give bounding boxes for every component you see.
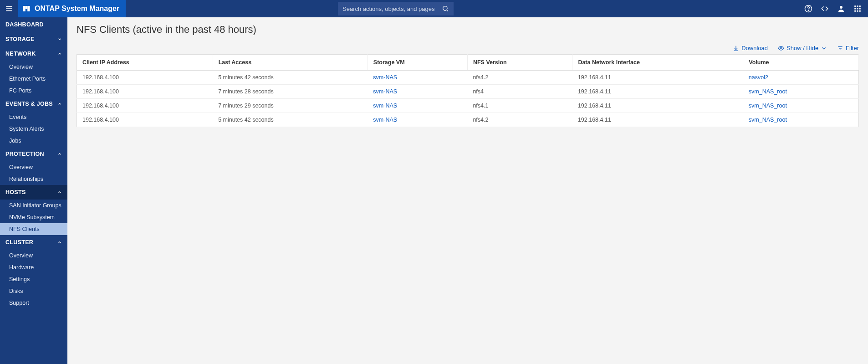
svg-point-10 <box>840 6 842 9</box>
col-header-nfs-version[interactable]: NFS Version <box>467 55 572 71</box>
sidebar-nav: DASHBOARDSTORAGENETWORKOverviewEthernet … <box>0 17 67 364</box>
nav-item-settings[interactable]: Settings <box>0 273 67 285</box>
cell-storage-vm: svm-NAS <box>368 99 467 113</box>
table-body: 192.168.4.1005 minutes 42 secondssvm-NAS… <box>77 71 859 127</box>
cell-client-ip: 192.168.4.100 <box>77 85 213 99</box>
search-icon[interactable] <box>442 5 449 12</box>
nav-item-nvme-subsystem[interactable]: NVMe Subsystem <box>0 211 67 223</box>
app-brand[interactable]: ONTAP System Manager <box>18 0 126 17</box>
chevron-down-icon <box>821 45 827 51</box>
cell-data-interface: 192.168.4.11 <box>572 99 743 113</box>
apps-grid-icon[interactable] <box>852 3 863 15</box>
svg-point-21 <box>780 47 782 49</box>
cell-nfs-version: nfs4.2 <box>467 113 572 127</box>
nav-item-disks[interactable]: Disks <box>0 285 67 297</box>
user-icon[interactable] <box>835 3 847 15</box>
nav-item-fc-ports[interactable]: FC Ports <box>0 85 67 97</box>
cell-client-ip: 192.168.4.100 <box>77 71 213 85</box>
nav-section-network[interactable]: NETWORK <box>0 46 67 61</box>
download-label: Download <box>741 45 768 51</box>
download-icon <box>733 45 739 51</box>
table-row[interactable]: 192.168.4.1005 minutes 42 secondssvm-NAS… <box>77 113 859 127</box>
svg-rect-13 <box>859 5 861 7</box>
nav-item-support[interactable]: Support <box>0 297 67 309</box>
nav-item-relationships[interactable]: Relationships <box>0 173 67 185</box>
col-header-storage-vm[interactable]: Storage VM <box>368 55 467 71</box>
svg-line-7 <box>447 10 448 11</box>
cell-storage-vm-link[interactable]: svm-NAS <box>373 117 397 123</box>
svg-rect-5 <box>26 6 28 9</box>
svg-rect-15 <box>857 8 858 10</box>
cell-volume-link[interactable]: svm_NAS_root <box>749 117 787 123</box>
nav-section-dashboard[interactable]: DASHBOARD <box>0 17 67 32</box>
filter-label: Filter <box>846 45 859 51</box>
hamburger-menu[interactable] <box>0 0 18 17</box>
col-header-volume[interactable]: Volume <box>743 55 859 71</box>
chevron-up-icon <box>57 190 62 195</box>
cell-volume: svm_NAS_root <box>743 99 859 113</box>
chevron-down-icon <box>57 37 62 41</box>
download-button[interactable]: Download <box>733 45 768 51</box>
cell-volume-link[interactable]: svm_NAS_root <box>749 88 787 95</box>
api-icon[interactable] <box>819 3 831 15</box>
svg-rect-14 <box>854 8 856 10</box>
global-search[interactable] <box>338 2 454 15</box>
svg-rect-16 <box>859 8 861 10</box>
svg-rect-11 <box>854 5 856 7</box>
table-row[interactable]: 192.168.4.1007 minutes 29 secondssvm-NAS… <box>77 99 859 113</box>
nav-section-label: STORAGE <box>5 36 35 42</box>
svg-rect-17 <box>854 10 856 12</box>
cell-volume: svm_NAS_root <box>743 85 859 99</box>
show-hide-button[interactable]: Show / Hide <box>778 45 827 51</box>
cell-client-ip: 192.168.4.100 <box>77 113 213 127</box>
cell-storage-vm: svm-NAS <box>368 71 467 85</box>
nav-item-san-initiator-groups[interactable]: SAN Initiator Groups <box>0 200 67 211</box>
chevron-up-icon <box>57 152 62 156</box>
nav-section-hosts[interactable]: HOSTS <box>0 185 67 200</box>
col-header-last-access[interactable]: Last Access <box>213 55 368 71</box>
table-header-row: Client IP AddressLast AccessStorage VMNF… <box>77 55 859 71</box>
netapp-logo-icon <box>22 4 31 13</box>
nav-section-storage[interactable]: STORAGE <box>0 32 67 46</box>
nav-item-nfs-clients[interactable]: NFS Clients <box>0 223 67 235</box>
search-input[interactable] <box>342 5 442 12</box>
nav-section-protection[interactable]: PROTECTION <box>0 147 67 161</box>
top-bar: ONTAP System Manager <box>0 0 868 17</box>
cell-volume-link[interactable]: nasvol2 <box>749 74 768 81</box>
nav-item-jobs[interactable]: Jobs <box>0 135 67 147</box>
eye-icon <box>778 45 784 51</box>
nav-item-overview[interactable]: Overview <box>0 161 67 173</box>
nav-item-hardware[interactable]: Hardware <box>0 261 67 273</box>
cell-data-interface: 192.168.4.11 <box>572 113 743 127</box>
nav-item-ethernet-ports[interactable]: Ethernet Ports <box>0 73 67 85</box>
svg-point-6 <box>443 6 447 10</box>
nav-section-label: PROTECTION <box>5 151 44 157</box>
help-icon[interactable] <box>802 3 814 15</box>
nav-item-overview[interactable]: Overview <box>0 250 67 261</box>
cell-last-access: 5 minutes 42 seconds <box>213 71 368 85</box>
cell-nfs-version: nfs4.2 <box>467 71 572 85</box>
nav-item-overview[interactable]: Overview <box>0 61 67 73</box>
col-header-client-ip-address[interactable]: Client IP Address <box>77 55 213 71</box>
nav-section-events-jobs[interactable]: EVENTS & JOBS <box>0 97 67 111</box>
cell-volume-link[interactable]: svm_NAS_root <box>749 103 787 109</box>
col-header-data-network-interface[interactable]: Data Network Interface <box>572 55 743 71</box>
table-row[interactable]: 192.168.4.1007 minutes 28 secondssvm-NAS… <box>77 85 859 99</box>
cell-storage-vm: svm-NAS <box>368 85 467 99</box>
nav-section-label: EVENTS & JOBS <box>5 101 53 107</box>
cell-storage-vm-link[interactable]: svm-NAS <box>373 88 397 95</box>
main-content: NFS Clients (active in the past 48 hours… <box>67 17 868 364</box>
svg-rect-4 <box>27 6 30 11</box>
nfs-clients-table: Client IP AddressLast AccessStorage VMNF… <box>77 54 859 127</box>
cell-client-ip: 192.168.4.100 <box>77 99 213 113</box>
svg-point-9 <box>808 10 808 11</box>
table-row[interactable]: 192.168.4.1005 minutes 42 secondssvm-NAS… <box>77 71 859 85</box>
cell-storage-vm-link[interactable]: svm-NAS <box>373 103 397 109</box>
filter-button[interactable]: Filter <box>837 45 859 51</box>
nav-item-events[interactable]: Events <box>0 111 67 123</box>
cell-data-interface: 192.168.4.11 <box>572 85 743 99</box>
nav-item-system-alerts[interactable]: System Alerts <box>0 123 67 135</box>
nav-section-cluster[interactable]: CLUSTER <box>0 235 67 250</box>
cell-last-access: 7 minutes 29 seconds <box>213 99 368 113</box>
cell-storage-vm-link[interactable]: svm-NAS <box>373 74 397 81</box>
